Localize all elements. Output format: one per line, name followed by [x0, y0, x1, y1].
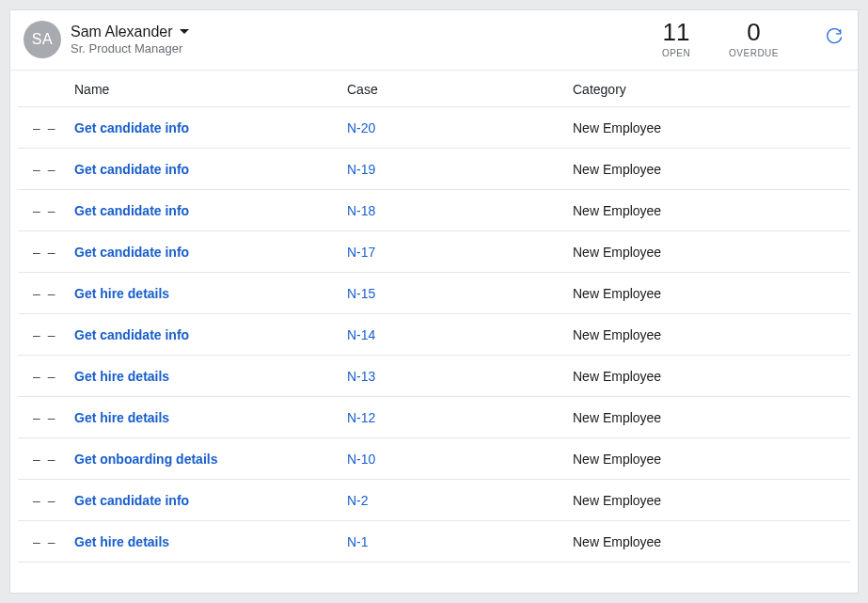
category-label: New Employee — [573, 493, 661, 508]
task-name-link[interactable]: Get candidate info — [74, 203, 189, 218]
table-body: – –Get candidate infoN-20New Employee– –… — [18, 107, 850, 563]
column-header-case[interactable]: Case — [347, 82, 573, 97]
table-row: – –Get hire detailsN-12New Employee — [18, 397, 850, 438]
stat-open-value: 11 — [652, 20, 701, 44]
case-link[interactable]: N-2 — [347, 493, 369, 508]
table-row: – –Get hire detailsN-15New Employee — [18, 273, 850, 314]
case-link[interactable]: N-18 — [347, 203, 375, 218]
table-row: – –Get candidate infoN-14New Employee — [18, 314, 850, 356]
category-label: New Employee — [573, 245, 661, 260]
table-row: – –Get candidate infoN-19New Employee — [18, 149, 850, 190]
stats: 11 OPEN 0 OVERDUE — [652, 20, 844, 58]
refresh-button[interactable] — [824, 29, 844, 50]
drag-handle-icon[interactable]: – – — [18, 245, 56, 260]
category-label: New Employee — [573, 327, 661, 342]
drag-handle-icon[interactable]: – – — [18, 369, 56, 384]
case-link[interactable]: N-12 — [347, 410, 375, 425]
table-row: – –Get hire detailsN-13New Employee — [18, 356, 850, 397]
table-header: Name Case Category — [18, 71, 850, 107]
stat-overdue: 0 OVERDUE — [729, 20, 779, 58]
user-name: Sam Alexander — [71, 24, 173, 40]
drag-handle-icon[interactable]: – – — [18, 327, 56, 342]
category-label: New Employee — [573, 203, 661, 218]
drag-handle-icon[interactable]: – – — [18, 203, 56, 218]
case-link[interactable]: N-10 — [347, 452, 375, 467]
case-link[interactable]: N-15 — [347, 286, 375, 301]
table-row: – –Get onboarding detailsN-10New Employe… — [18, 438, 850, 480]
drag-handle-icon[interactable]: – – — [18, 162, 56, 177]
task-table: Name Case Category – –Get candidate info… — [10, 71, 858, 593]
column-header-category[interactable]: Category — [573, 82, 850, 97]
caret-down-icon — [179, 28, 190, 36]
stat-open: 11 OPEN — [652, 20, 701, 58]
task-name-link[interactable]: Get candidate info — [74, 493, 189, 508]
stat-overdue-label: OVERDUE — [729, 48, 779, 58]
category-label: New Employee — [573, 534, 661, 549]
drag-handle-icon[interactable]: – – — [18, 493, 56, 508]
case-link[interactable]: N-17 — [347, 245, 375, 260]
category-label: New Employee — [573, 120, 661, 135]
column-header-name[interactable]: Name — [74, 82, 347, 97]
stat-overdue-value: 0 — [729, 20, 779, 44]
task-name-link[interactable]: Get hire details — [74, 410, 169, 425]
table-row: – –Get candidate infoN-2New Employee — [18, 480, 850, 521]
table-row: – –Get hire detailsN-1New Employee — [18, 521, 850, 563]
drag-handle-icon[interactable]: – – — [18, 452, 56, 467]
task-name-link[interactable]: Get onboarding details — [74, 452, 217, 467]
task-name-link[interactable]: Get candidate info — [74, 162, 189, 177]
stat-open-label: OPEN — [652, 48, 701, 58]
task-name-link[interactable]: Get candidate info — [74, 245, 189, 260]
drag-handle-icon[interactable]: – – — [18, 286, 56, 301]
task-name-link[interactable]: Get candidate info — [74, 120, 189, 135]
category-label: New Employee — [573, 162, 661, 177]
task-name-link[interactable]: Get hire details — [74, 369, 169, 384]
task-name-link[interactable]: Get hire details — [74, 534, 169, 549]
case-link[interactable]: N-14 — [347, 327, 375, 342]
drag-handle-icon[interactable]: – – — [18, 534, 56, 549]
task-name-link[interactable]: Get hire details — [74, 286, 169, 301]
case-link[interactable]: N-13 — [347, 369, 375, 384]
category-label: New Employee — [573, 452, 661, 467]
table-row: – –Get candidate infoN-18New Employee — [18, 190, 850, 231]
case-link[interactable]: N-19 — [347, 162, 375, 177]
user-selector[interactable]: Sam Alexander — [71, 24, 190, 40]
worklist-card: SA Sam Alexander Sr. Product Manager 11 … — [9, 9, 859, 594]
avatar: SA — [24, 21, 61, 58]
table-row: – –Get candidate infoN-20New Employee — [18, 107, 850, 149]
case-link[interactable]: N-1 — [347, 534, 369, 549]
user-title: Sr. Product Manager — [71, 41, 190, 56]
case-link[interactable]: N-20 — [347, 120, 375, 135]
category-label: New Employee — [573, 410, 661, 425]
header: SA Sam Alexander Sr. Product Manager 11 … — [10, 10, 858, 71]
category-label: New Employee — [573, 369, 661, 384]
category-label: New Employee — [573, 286, 661, 301]
drag-handle-icon[interactable]: – – — [18, 410, 56, 425]
table-row: – –Get candidate infoN-17New Employee — [18, 231, 850, 273]
drag-handle-icon[interactable]: – – — [18, 120, 56, 135]
refresh-icon — [825, 28, 844, 50]
task-name-link[interactable]: Get candidate info — [74, 327, 189, 342]
user-block: Sam Alexander Sr. Product Manager — [71, 24, 190, 56]
